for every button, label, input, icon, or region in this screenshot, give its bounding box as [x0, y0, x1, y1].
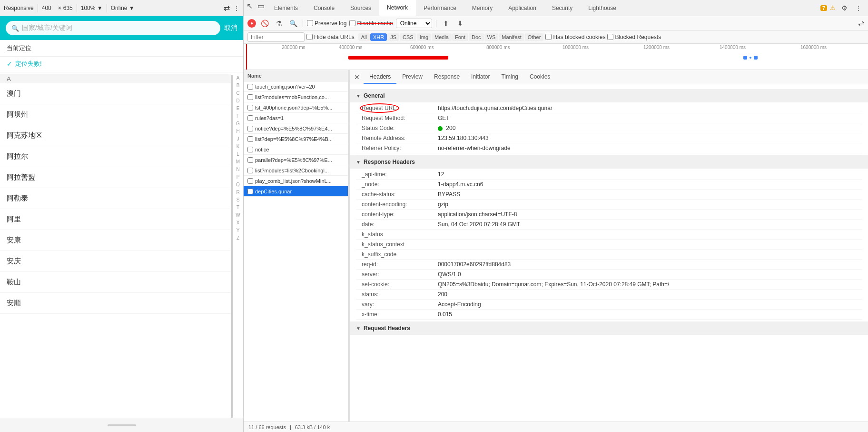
tab-console[interactable]: Console: [306, 0, 343, 16]
alpha-l[interactable]: L: [237, 151, 239, 158]
tab-performance[interactable]: Performance: [416, 0, 464, 16]
req-checkbox[interactable]: [247, 178, 253, 184]
alpha-f[interactable]: F: [237, 112, 239, 120]
disable-cache-input[interactable]: [349, 20, 355, 26]
more-icon[interactable]: ⋮: [853, 2, 864, 14]
panel-toggle-icon[interactable]: ⇌: [858, 19, 864, 28]
filter-manifest[interactable]: Manifest: [499, 33, 524, 41]
tab-preview[interactable]: Preview: [396, 70, 428, 84]
request-item-notice-dep[interactable]: notice?dep=%E5%8C%97%E4...: [244, 123, 348, 134]
blocked-requests-checkbox[interactable]: Blocked Requests: [607, 34, 661, 40]
request-item-play-comb[interactable]: play_comb_list.json?showMinL...: [244, 176, 348, 186]
req-checkbox[interactable]: [247, 115, 253, 121]
req-checkbox[interactable]: [247, 189, 253, 194]
height-input[interactable]: 635: [63, 5, 73, 11]
alpha-h[interactable]: H: [236, 128, 239, 135]
alpha-j[interactable]: J: [237, 135, 239, 143]
alpha-d[interactable]: D: [236, 97, 239, 105]
list-item[interactable]: 阿克苏地区: [0, 125, 231, 146]
hide-data-urls-input[interactable]: [306, 34, 313, 40]
alpha-k[interactable]: K: [237, 143, 240, 151]
zoom-select[interactable]: 100% ▼: [81, 5, 103, 11]
alpha-c[interactable]: C: [236, 90, 239, 97]
export-icon[interactable]: ⬇: [454, 18, 466, 29]
alpha-q[interactable]: Q: [236, 181, 240, 189]
width-input[interactable]: 400: [42, 5, 56, 11]
request-item-lst-400[interactable]: lst_400phone.json?dep=%E5%...: [244, 102, 348, 113]
filter-js[interactable]: JS: [387, 33, 399, 41]
tab-response[interactable]: Response: [428, 70, 465, 84]
req-checkbox[interactable]: [247, 105, 253, 111]
alpha-index[interactable]: A B C D E F G H J K L M N P Q R S T W X: [233, 72, 243, 432]
tab-security[interactable]: Security: [544, 0, 581, 16]
req-checkbox[interactable]: [247, 157, 253, 163]
tab-network[interactable]: Network: [379, 0, 416, 16]
filter-all[interactable]: All: [358, 33, 370, 41]
alpha-a[interactable]: A: [237, 74, 240, 82]
filter-img[interactable]: Img: [417, 33, 431, 41]
alpha-t[interactable]: T: [237, 204, 239, 211]
list-item[interactable]: 阿拉善盟: [0, 167, 231, 188]
cancel-button[interactable]: 取消: [224, 24, 237, 32]
record-button[interactable]: ●: [247, 19, 256, 28]
alpha-w[interactable]: W: [236, 211, 240, 219]
blocked-requests-input[interactable]: [607, 34, 613, 40]
list-item[interactable]: 安庆: [0, 251, 231, 272]
filter-ws[interactable]: WS: [484, 33, 499, 41]
filter-other[interactable]: Other: [525, 33, 544, 41]
request-item-list-modules[interactable]: list?modules=mobFunction,co...: [244, 92, 348, 102]
alpha-p[interactable]: P: [237, 173, 240, 181]
tab-sources[interactable]: Sources: [343, 0, 379, 16]
request-item-list-modules2[interactable]: list?modules=list%2Cbookingl...: [244, 165, 348, 176]
req-checkbox[interactable]: [247, 84, 253, 90]
request-item-dep-cities[interactable]: depCities.qunar: [244, 186, 348, 197]
responsive-label[interactable]: Responsive: [4, 5, 34, 11]
disable-cache-checkbox[interactable]: Disable cache: [349, 20, 393, 27]
tab-elements[interactable]: Elements: [266, 0, 306, 16]
req-checkbox[interactable]: [247, 136, 253, 142]
alpha-m[interactable]: M: [236, 158, 240, 166]
close-detail-button[interactable]: ✕: [350, 70, 364, 84]
req-checkbox[interactable]: [247, 168, 253, 173]
general-section-header[interactable]: ▼ General: [350, 89, 868, 102]
detail-content[interactable]: ▼ General Request URL: https://touch.duj…: [350, 84, 868, 422]
timeline-area[interactable]: 200000 ms 400000 ms 600000 ms 800000 ms …: [244, 44, 868, 70]
request-headers-section[interactable]: ▼ Request Headers: [350, 321, 868, 335]
search-icon[interactable]: 🔍: [287, 18, 299, 29]
list-item[interactable]: 阿拉尔: [0, 146, 231, 167]
device-toggle-icon[interactable]: ▭: [255, 0, 266, 11]
filter-xhr[interactable]: XHR: [370, 33, 387, 41]
tab-memory[interactable]: Memory: [464, 0, 501, 16]
tab-lighthouse[interactable]: Lighthouse: [581, 0, 624, 16]
tab-headers[interactable]: Headers: [364, 70, 396, 84]
request-item-list-dep[interactable]: list?dep=%E5%8C%97%E4%B...: [244, 134, 348, 144]
filter-input[interactable]: [247, 32, 305, 42]
import-icon[interactable]: ⬆: [440, 18, 452, 29]
request-item-notice[interactable]: notice: [244, 144, 348, 155]
network-select[interactable]: Online ▼: [111, 5, 135, 11]
alpha-x[interactable]: X: [237, 219, 240, 227]
req-checkbox[interactable]: [247, 94, 253, 100]
tab-cookies[interactable]: Cookies: [524, 70, 556, 84]
alpha-s[interactable]: S: [237, 196, 240, 204]
settings-icon[interactable]: ⚙: [838, 2, 850, 14]
rotate-icon[interactable]: ⇄: [224, 3, 230, 12]
has-blocked-cookies-input[interactable]: [545, 34, 552, 40]
filter-doc[interactable]: Doc: [469, 33, 484, 41]
list-item[interactable]: 阿坝州: [0, 104, 231, 125]
list-item[interactable]: 安顺: [0, 293, 231, 314]
alpha-r[interactable]: R: [236, 189, 239, 196]
city-list[interactable]: A 澳门 阿坝州 阿克苏地区 阿拉尔 阿拉善盟 阿勒泰 阿里 安康 安庆 鞍山 …: [0, 72, 231, 432]
list-item[interactable]: 安康: [0, 230, 231, 251]
request-list[interactable]: Name touch_config.json?ver=20 list?modul…: [244, 70, 348, 422]
alpha-g[interactable]: G: [236, 120, 240, 128]
inspect-element-icon[interactable]: ↖: [244, 0, 255, 11]
list-item[interactable]: 阿里: [0, 209, 231, 230]
filter-icon[interactable]: ⚗: [273, 18, 285, 29]
search-input-wrap[interactable]: 🔍 国家/城市/关键词: [6, 21, 220, 35]
clear-button[interactable]: 🚫: [259, 18, 270, 29]
alpha-b[interactable]: B: [237, 82, 240, 90]
more-options-icon[interactable]: ⋮: [234, 5, 239, 11]
tab-timing[interactable]: Timing: [495, 70, 524, 84]
has-blocked-cookies-checkbox[interactable]: Has blocked cookies: [545, 34, 605, 40]
